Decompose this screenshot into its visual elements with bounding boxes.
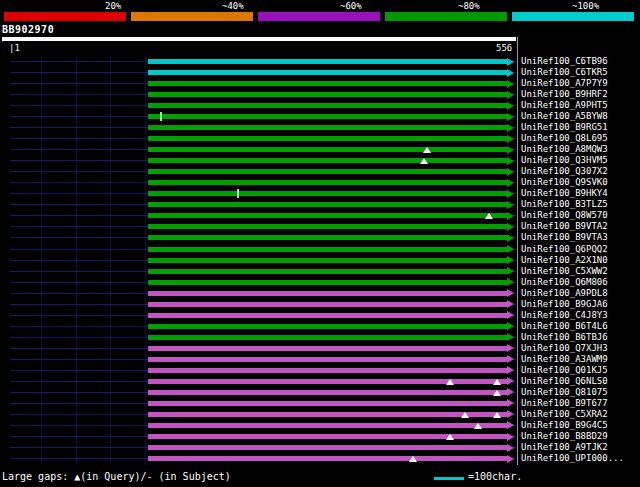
subject-label[interactable]: UniRef100_B9VTA2 <box>521 221 608 232</box>
hit-bar[interactable] <box>148 401 507 406</box>
alignment-row[interactable]: UniRef100_B9VTA3 <box>0 232 640 243</box>
alignment-row[interactable]: UniRef100_Q6NLS0 <box>0 376 640 387</box>
hit-bar[interactable] <box>148 59 507 64</box>
hit-bar[interactable] <box>148 313 507 318</box>
subject-label[interactable]: UniRef100_B6T4L6 <box>521 321 608 332</box>
subject-label[interactable]: UniRef100_Q3HVM5 <box>521 155 608 166</box>
subject-label[interactable]: UniRef100_B8BD29 <box>521 431 608 442</box>
hit-bar[interactable] <box>148 191 507 196</box>
alignment-row[interactable]: UniRef100_A2X1N0 <box>0 255 640 266</box>
alignment-row[interactable]: UniRef100_Q7XJH3 <box>0 343 640 354</box>
alignment-row[interactable]: UniRef100_C5XWW2 <box>0 266 640 277</box>
subject-label[interactable]: UniRef100_C4J8Y3 <box>521 310 608 321</box>
alignment-row[interactable]: UniRef100_B6TBJ6 <box>0 332 640 343</box>
subject-label[interactable]: UniRef100_Q6M806 <box>521 277 608 288</box>
subject-label[interactable]: UniRef100_A8MQW3 <box>521 144 608 155</box>
alignment-row[interactable]: UniRef100_Q8L695 <box>0 133 640 144</box>
hit-bar[interactable] <box>148 202 507 207</box>
alignment-row[interactable]: UniRef100_C4J8Y3 <box>0 310 640 321</box>
alignment-row[interactable]: UniRef100_Q81075 <box>0 387 640 398</box>
hit-bar[interactable] <box>148 70 507 75</box>
alignment-row[interactable]: UniRef100_B9GJA6 <box>0 299 640 310</box>
alignment-row[interactable]: UniRef100_B6T4L6 <box>0 321 640 332</box>
subject-label[interactable]: UniRef100_Q8L695 <box>521 133 608 144</box>
hit-bar[interactable] <box>148 213 507 218</box>
subject-label[interactable]: UniRef100_Q8W570 <box>521 210 608 221</box>
subject-label[interactable]: UniRef100_C5XRA2 <box>521 409 608 420</box>
alignment-row[interactable]: UniRef100_C6TB96 <box>0 56 640 67</box>
subject-label[interactable]: UniRef100_B9RG51 <box>521 122 608 133</box>
hit-bar[interactable] <box>148 357 507 362</box>
subject-label[interactable]: UniRef100_C6TB96 <box>521 56 608 67</box>
subject-label[interactable]: UniRef100_Q9SVK0 <box>521 177 608 188</box>
subject-label[interactable]: UniRef100_Q307X2 <box>521 166 608 177</box>
alignment-row[interactable]: UniRef100_B9G4C5 <box>0 420 640 431</box>
subject-label[interactable]: UniRef100_Q01KJ5 <box>521 365 608 376</box>
hit-bar[interactable] <box>148 445 507 450</box>
subject-label[interactable]: UniRef100_Q6NLS0 <box>521 376 608 387</box>
hit-bar[interactable] <box>148 412 507 417</box>
subject-label[interactable]: UniRef100_B9G4C5 <box>521 420 608 431</box>
alignment-row[interactable]: UniRef100_B3TLZ5 <box>0 199 640 210</box>
hit-bar[interactable] <box>148 335 507 340</box>
alignment-row[interactable]: UniRef100_Q307X2 <box>0 166 640 177</box>
alignment-row[interactable]: UniRef100_Q01KJ5 <box>0 365 640 376</box>
alignment-row[interactable]: UniRef100_A9PDL8 <box>0 288 640 299</box>
hit-bar[interactable] <box>148 169 507 174</box>
hit-bar[interactable] <box>148 456 507 461</box>
alignment-row[interactable]: UniRef100_A9TJK2 <box>0 442 640 453</box>
subject-label[interactable]: UniRef100_B9T677 <box>521 398 608 409</box>
alignment-row[interactable]: UniRef100_Q9SVK0 <box>0 177 640 188</box>
hit-bar[interactable] <box>148 423 507 428</box>
hit-bar[interactable] <box>148 291 507 296</box>
subject-label[interactable]: UniRef100_B3TLZ5 <box>521 199 608 210</box>
hit-bar[interactable] <box>148 302 507 307</box>
hit-bar[interactable] <box>148 346 507 351</box>
alignment-row[interactable]: UniRef100_A9PHT5 <box>0 100 640 111</box>
subject-label[interactable]: UniRef100_UPI000... <box>521 453 624 464</box>
hit-bar[interactable] <box>148 235 507 240</box>
alignment-row[interactable]: UniRef100_A5BYW8 <box>0 111 640 122</box>
hit-bar[interactable] <box>148 92 507 97</box>
hit-bar[interactable] <box>148 136 507 141</box>
hit-bar[interactable] <box>148 324 507 329</box>
alignment-row[interactable]: UniRef100_A7P7Y9 <box>0 78 640 89</box>
hit-bar[interactable] <box>148 147 507 152</box>
subject-label[interactable]: UniRef100_C6TKR5 <box>521 67 608 78</box>
alignment-row[interactable]: UniRef100_Q6PQQ2 <box>0 244 640 255</box>
subject-label[interactable]: UniRef100_Q6PQQ2 <box>521 244 608 255</box>
hit-bar[interactable] <box>148 368 507 373</box>
subject-label[interactable]: UniRef100_A7P7Y9 <box>521 78 608 89</box>
subject-label[interactable]: UniRef100_A9PHT5 <box>521 100 608 111</box>
alignment-row[interactable]: UniRef100_B9VTA2 <box>0 221 640 232</box>
alignment-row[interactable]: UniRef100_A3AWM9 <box>0 354 640 365</box>
subject-label[interactable]: UniRef100_B9VTA3 <box>521 232 608 243</box>
hit-bar[interactable] <box>148 125 507 130</box>
hit-bar[interactable] <box>148 114 507 119</box>
subject-label[interactable]: UniRef100_A9TJK2 <box>521 442 608 453</box>
hit-bar[interactable] <box>148 180 507 185</box>
alignment-row[interactable]: UniRef100_B9HKY4 <box>0 188 640 199</box>
hit-bar[interactable] <box>148 269 507 274</box>
subject-label[interactable]: UniRef100_B6TBJ6 <box>521 332 608 343</box>
hit-bar[interactable] <box>148 258 507 263</box>
subject-label[interactable]: UniRef100_Q7XJH3 <box>521 343 608 354</box>
subject-label[interactable]: UniRef100_B9GJA6 <box>521 299 608 310</box>
alignment-row[interactable]: UniRef100_B9HRF2 <box>0 89 640 100</box>
alignment-row[interactable]: UniRef100_B8BD29 <box>0 431 640 442</box>
hit-bar[interactable] <box>148 158 507 163</box>
subject-label[interactable]: UniRef100_C5XWW2 <box>521 266 608 277</box>
subject-label[interactable]: UniRef100_B9HRF2 <box>521 89 608 100</box>
subject-label[interactable]: UniRef100_A5BYW8 <box>521 111 608 122</box>
subject-label[interactable]: UniRef100_A3AWM9 <box>521 354 608 365</box>
subject-label[interactable]: UniRef100_Q81075 <box>521 387 608 398</box>
alignment-row[interactable]: UniRef100_C6TKR5 <box>0 67 640 78</box>
hit-bar[interactable] <box>148 224 507 229</box>
alignment-row[interactable]: UniRef100_B9T677 <box>0 398 640 409</box>
hit-bar[interactable] <box>148 280 507 285</box>
subject-label[interactable]: UniRef100_A2X1N0 <box>521 255 608 266</box>
hit-bar[interactable] <box>148 81 507 86</box>
hit-bar[interactable] <box>148 247 507 252</box>
alignment-row[interactable]: UniRef100_C5XRA2 <box>0 409 640 420</box>
subject-label[interactable]: UniRef100_A9PDL8 <box>521 288 608 299</box>
